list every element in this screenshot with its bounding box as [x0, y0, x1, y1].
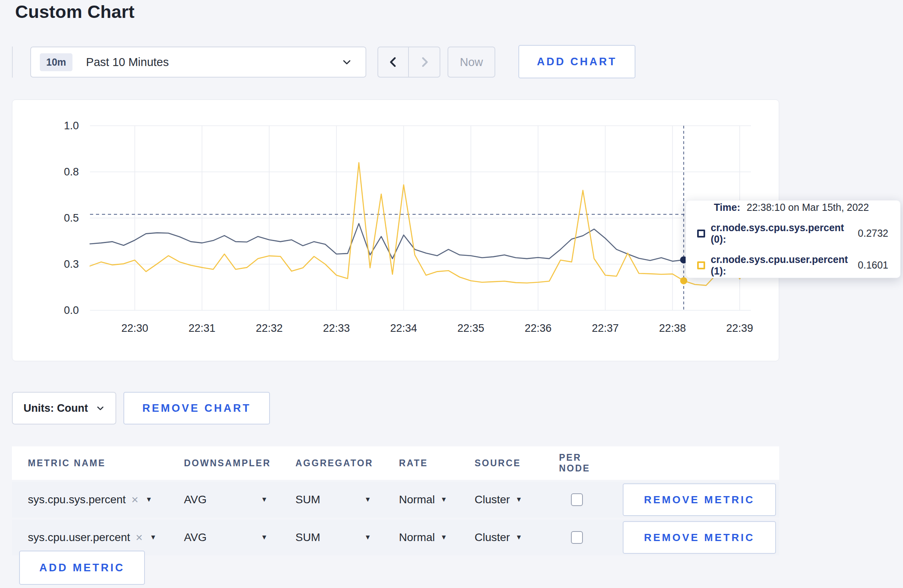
rate-select[interactable]: Normal ▼: [383, 531, 459, 544]
col-header-rate: RATE: [383, 458, 459, 469]
series-user-swatch-icon: [697, 261, 705, 269]
dropdown-arrow-icon: ▼: [516, 496, 522, 504]
add-metric-button[interactable]: ADD METRIC: [19, 551, 145, 585]
units-label: Units: Count: [23, 402, 88, 415]
col-header-metric-name: METRIC NAME: [12, 458, 168, 469]
remove-chart-button[interactable]: REMOVE CHART: [123, 392, 270, 424]
dropdown-arrow-icon: ▼: [364, 496, 371, 504]
metrics-table-header: METRIC NAME DOWNSAMPLER AGGREGATOR RATE …: [12, 446, 779, 480]
metric-name-cell: sys.cpu.user.percent × ▼: [12, 531, 168, 544]
time-range-select[interactable]: 10m Past 10 Minutes: [30, 47, 366, 78]
svg-text:22:37: 22:37: [592, 322, 619, 334]
svg-text:22:38: 22:38: [659, 322, 686, 334]
chevron-down-icon: [342, 57, 352, 67]
cpu-usage-chart[interactable]: 22:3022:3122:3222:3322:3422:3522:3622:37…: [12, 100, 779, 361]
svg-text:22:36: 22:36: [525, 322, 552, 334]
dropdown-arrow-icon: ▼: [440, 496, 447, 504]
time-pager: [377, 47, 440, 78]
remove-metric-button[interactable]: REMOVE METRIC: [623, 483, 776, 516]
chart-hover-tooltip: Time: 22:38:10 on Mar 15th, 2022 cr.node…: [686, 200, 901, 278]
tooltip-series-sys-value: 0.2732: [858, 228, 888, 239]
add-chart-button[interactable]: ADD CHART: [518, 45, 635, 78]
svg-text:22:35: 22:35: [457, 322, 485, 334]
downsampler-value: AVG: [184, 493, 207, 506]
clear-metric-icon[interactable]: ×: [136, 532, 143, 543]
tooltip-series-user-name: cr.node.sys.cpu.user.percent (1):: [711, 254, 852, 277]
rate-value: Normal: [399, 493, 435, 506]
per-node-cell: [543, 493, 611, 506]
chart-card: 22:3022:3122:3222:3322:3422:3522:3622:37…: [12, 99, 779, 361]
svg-text:22:30: 22:30: [121, 322, 149, 334]
svg-text:22:33: 22:33: [323, 322, 350, 334]
col-header-source: SOURCE: [459, 458, 543, 469]
svg-text:22:34: 22:34: [390, 322, 417, 334]
aggregator-value: SUM: [295, 531, 320, 544]
downsampler-select[interactable]: AVG ▼: [168, 531, 280, 544]
source-select[interactable]: Cluster ▼: [459, 493, 543, 506]
source-select[interactable]: Cluster ▼: [459, 531, 543, 544]
svg-text:0.0: 0.0: [64, 304, 79, 316]
clear-metric-icon[interactable]: ×: [131, 494, 139, 506]
tooltip-time-value: 22:38:10 on Mar 15th, 2022: [747, 202, 869, 213]
rate-value: Normal: [399, 531, 435, 544]
rate-select[interactable]: Normal ▼: [383, 493, 459, 506]
aggregator-value: SUM: [295, 493, 320, 506]
dropdown-arrow-icon: ▼: [261, 496, 268, 504]
time-next-button[interactable]: [409, 47, 440, 77]
dropdown-arrow-icon: ▼: [261, 533, 268, 541]
metric-name-select[interactable]: sys.cpu.user.percent: [28, 531, 130, 544]
units-select[interactable]: Units: Count: [12, 392, 116, 424]
col-header-aggregator: AGGREGATOR: [280, 458, 383, 469]
series-sys-swatch-icon: [697, 230, 705, 238]
tooltip-series-user-value: 0.1601: [858, 259, 888, 271]
per-node-checkbox[interactable]: [571, 531, 583, 544]
toolbar-divider: [12, 47, 13, 78]
source-value: Cluster: [475, 493, 510, 506]
tooltip-series-sys-name: cr.node.sys.cpu.sys.percent (0):: [711, 222, 852, 245]
time-range-badge: 10m: [40, 53, 72, 71]
downsampler-value: AVG: [184, 531, 207, 544]
svg-text:0.3: 0.3: [64, 258, 79, 270]
aggregator-select[interactable]: SUM ▼: [280, 531, 383, 544]
page-title: Custom Chart: [15, 2, 135, 22]
svg-text:1.0: 1.0: [64, 120, 79, 132]
dropdown-arrow-icon: ▼: [364, 533, 371, 541]
now-button[interactable]: Now: [448, 47, 495, 78]
svg-text:22:31: 22:31: [189, 322, 216, 334]
metric-row: sys.cpu.sys.percent × ▼ AVG ▼ SUM ▼ Norm…: [12, 482, 779, 518]
svg-text:22:39: 22:39: [726, 322, 753, 334]
per-node-cell: [543, 531, 611, 544]
chevron-left-icon: [387, 56, 399, 68]
dropdown-arrow-icon: ▼: [440, 533, 447, 541]
chevron-right-icon: [418, 56, 430, 68]
metric-row: sys.cpu.user.percent × ▼ AVG ▼ SUM ▼ Nor…: [12, 520, 779, 555]
svg-text:22:32: 22:32: [256, 322, 283, 334]
aggregator-select[interactable]: SUM ▼: [280, 493, 383, 506]
time-range-label: Past 10 Minutes: [86, 56, 342, 69]
metrics-table: METRIC NAME DOWNSAMPLER AGGREGATOR RATE …: [12, 446, 779, 555]
metric-name-select[interactable]: sys.cpu.sys.percent: [28, 493, 126, 506]
per-node-checkbox[interactable]: [571, 493, 583, 506]
dropdown-arrow-icon[interactable]: ▼: [145, 496, 152, 504]
downsampler-select[interactable]: AVG ▼: [168, 493, 280, 506]
actions-cell: REMOVE METRIC: [611, 521, 779, 554]
svg-text:0.8: 0.8: [64, 166, 79, 178]
metric-name-cell: sys.cpu.sys.percent × ▼: [12, 493, 168, 506]
time-prev-button[interactable]: [378, 47, 409, 77]
chevron-down-icon: [96, 404, 105, 413]
dropdown-arrow-icon[interactable]: ▼: [150, 533, 156, 541]
dropdown-arrow-icon: ▼: [516, 533, 522, 541]
source-value: Cluster: [475, 531, 510, 544]
tooltip-time-label: Time:: [714, 202, 740, 213]
svg-text:0.5: 0.5: [64, 212, 79, 224]
remove-metric-button[interactable]: REMOVE METRIC: [623, 521, 776, 554]
col-header-downsampler: DOWNSAMPLER: [168, 458, 280, 469]
col-header-per-node: PER NODE: [543, 452, 611, 474]
actions-cell: REMOVE METRIC: [611, 483, 779, 516]
